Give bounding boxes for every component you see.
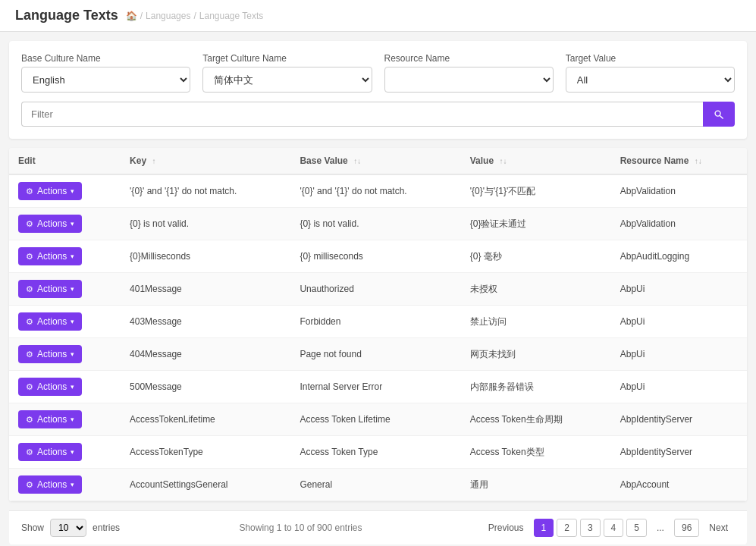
search-row (21, 102, 735, 127)
actions-label: Actions (37, 251, 67, 262)
col-key[interactable]: Key ↑ (121, 148, 290, 174)
cell-resource-name: AbpAuditLogging (611, 240, 747, 273)
dropdown-arrow-icon: ▾ (71, 220, 74, 228)
table-row: ⚙ Actions ▾ {0}Milliseconds {0} millisec… (9, 240, 747, 273)
cell-resource-name: AbpAccount (611, 469, 747, 501)
page-4-button[interactable]: 4 (604, 519, 624, 537)
target-culture-select[interactable]: 简体中文 English French (202, 67, 372, 93)
footer-left: Show 10 25 50 entries (21, 519, 120, 537)
actions-label: Actions (37, 284, 67, 294)
cell-key: 500Message (121, 371, 290, 403)
entries-label: entries (93, 522, 120, 533)
actions-button[interactable]: ⚙ Actions ▾ (18, 280, 82, 298)
table-row: ⚙ Actions ▾ 401Message Unauthorized 未授权 … (9, 273, 747, 306)
actions-button[interactable]: ⚙ Actions ▾ (18, 410, 82, 428)
page-3-button[interactable]: 3 (580, 519, 601, 537)
actions-button[interactable]: ⚙ Actions ▾ (18, 182, 82, 200)
base-value-sort-icon: ↑↓ (353, 157, 361, 165)
cell-actions: ⚙ Actions ▾ (9, 338, 121, 371)
target-value-select[interactable]: All Translated Not Translated (566, 67, 735, 93)
dropdown-arrow-icon: ▾ (71, 350, 74, 358)
cell-base-value: Access Token Type (290, 436, 460, 469)
table-row: ⚙ Actions ▾ AccountSettingsGeneral Gener… (9, 469, 747, 501)
cell-base-value: Page not found (290, 338, 460, 371)
table-section: Edit Key ↑ Base Value ↑↓ Value ↑↓ Resour… (9, 148, 747, 501)
cell-base-value: {0} milliseconds (290, 240, 460, 273)
actions-label: Actions (37, 381, 67, 392)
col-value[interactable]: Value ↑↓ (461, 148, 611, 174)
cell-key: 403Message (121, 306, 290, 338)
show-select[interactable]: 10 25 50 (50, 519, 86, 537)
svg-point-0 (715, 111, 720, 116)
cell-actions: ⚙ Actions ▾ (9, 306, 121, 338)
actions-label: Actions (37, 414, 67, 425)
cell-actions: ⚙ Actions ▾ (9, 208, 121, 240)
dropdown-arrow-icon: ▾ (71, 416, 74, 423)
key-sort-icon: ↑ (152, 157, 155, 165)
target-culture-group: Target Culture Name 简体中文 English French (202, 53, 372, 93)
actions-button[interactable]: ⚙ Actions ▾ (18, 378, 82, 396)
value-sort-icon: ↑↓ (499, 157, 507, 165)
page-title: Language Texts (15, 8, 118, 24)
cell-actions: ⚙ Actions ▾ (9, 403, 121, 436)
base-culture-select[interactable]: English Chinese French German (21, 67, 190, 93)
cell-value: 网页未找到 (461, 338, 611, 371)
page-2-button[interactable]: 2 (557, 519, 577, 537)
filter-section: Base Culture Name English Chinese French… (9, 41, 747, 139)
actions-button[interactable]: ⚙ Actions ▾ (18, 443, 82, 461)
prev-button[interactable]: Previous (482, 519, 531, 536)
gear-icon: ⚙ (26, 350, 33, 359)
actions-label: Actions (37, 349, 67, 359)
cell-actions: ⚙ Actions ▾ (9, 436, 121, 469)
cell-key: AccountSettingsGeneral (121, 469, 290, 501)
resource-name-label: Resource Name (384, 53, 554, 64)
cell-resource-name: AbpUi (611, 371, 747, 403)
actions-button[interactable]: ⚙ Actions ▾ (18, 475, 82, 494)
footer-info: Showing 1 to 10 of 900 entries (239, 522, 362, 533)
svg-line-1 (720, 115, 723, 118)
resource-name-select[interactable]: AbpValidation AbpAuditLogging AbpUi AbpI… (384, 67, 554, 93)
actions-label: Actions (37, 316, 67, 327)
cell-resource-name: AbpUi (611, 338, 747, 371)
dropdown-arrow-icon: ▾ (71, 448, 74, 456)
cell-base-value: Internal Server Error (290, 371, 460, 403)
col-edit: Edit (9, 148, 121, 174)
cell-base-value: Forbidden (290, 306, 460, 338)
gear-icon: ⚙ (26, 219, 33, 229)
page-96-button[interactable]: 96 (674, 519, 699, 537)
cell-actions: ⚙ Actions ▾ (9, 371, 121, 403)
actions-button[interactable]: ⚙ Actions ▾ (18, 345, 82, 363)
actions-button[interactable]: ⚙ Actions ▾ (18, 312, 82, 331)
search-button[interactable] (703, 102, 735, 127)
page-1-button[interactable]: 1 (534, 519, 554, 537)
cell-actions: ⚙ Actions ▾ (9, 174, 121, 208)
show-label: Show (21, 522, 44, 533)
actions-button[interactable]: ⚙ Actions ▾ (18, 215, 82, 233)
gear-icon: ⚙ (26, 415, 33, 425)
gear-icon: ⚙ (26, 284, 33, 294)
filter-input[interactable] (21, 102, 703, 127)
actions-label: Actions (37, 479, 67, 490)
cell-value: 内部服务器错误 (461, 371, 611, 403)
actions-button[interactable]: ⚙ Actions ▾ (18, 247, 82, 265)
dropdown-arrow-icon: ▾ (71, 187, 74, 195)
cell-actions: ⚙ Actions ▾ (9, 469, 121, 501)
cell-base-value: {0} is not valid. (290, 208, 460, 240)
cell-resource-name: AbpValidation (611, 174, 747, 208)
table-header-row: Edit Key ↑ Base Value ↑↓ Value ↑↓ Resour… (9, 148, 747, 174)
col-resource-name[interactable]: Resource Name ↑↓ (611, 148, 747, 174)
resource-sort-icon: ↑↓ (695, 157, 702, 165)
gear-icon: ⚙ (26, 317, 33, 327)
page-header: Language Texts 🏠 / Languages / Language … (0, 0, 756, 32)
col-base-value[interactable]: Base Value ↑↓ (290, 148, 460, 174)
page-5-button[interactable]: 5 (626, 519, 647, 537)
next-button[interactable]: Next (702, 519, 735, 536)
gear-icon: ⚙ (26, 187, 33, 196)
cell-base-value: Unauthorized (290, 273, 460, 306)
table-row: ⚙ Actions ▾ 403Message Forbidden 禁止访问 Ab… (9, 306, 747, 338)
ellipsis: ... (650, 519, 671, 536)
cell-resource-name: AbpValidation (611, 208, 747, 240)
language-texts-table: Edit Key ↑ Base Value ↑↓ Value ↑↓ Resour… (9, 148, 747, 501)
table-row: ⚙ Actions ▾ '{0}' and '{1}' do not match… (9, 174, 747, 208)
cell-key: AccessTokenLifetime (121, 403, 290, 436)
